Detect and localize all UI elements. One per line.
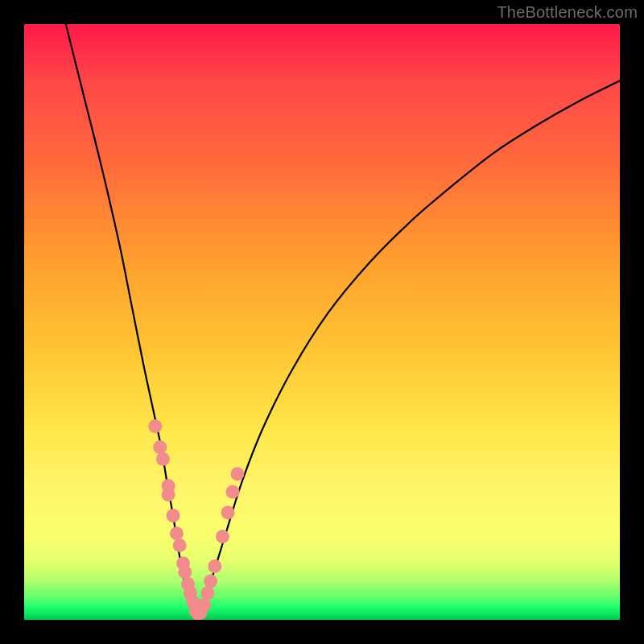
scatter-dot bbox=[216, 530, 229, 543]
scatter-dot bbox=[153, 440, 167, 454]
watermark-text: TheBottleneck.com bbox=[497, 3, 638, 22]
plot-area bbox=[24, 24, 620, 620]
scatter-dot bbox=[208, 559, 221, 573]
scatter-dot bbox=[173, 539, 187, 552]
scatter-dot bbox=[178, 565, 192, 579]
chart-svg bbox=[24, 24, 620, 620]
scatter-dot bbox=[230, 467, 244, 481]
scatter-dot bbox=[221, 506, 235, 519]
scatter-dot bbox=[156, 452, 170, 466]
scatter-dot bbox=[167, 509, 180, 522]
scatter-dot bbox=[148, 419, 162, 433]
scatter-dot bbox=[200, 586, 214, 600]
scatter-dot bbox=[170, 526, 184, 540]
scatter-dot bbox=[197, 598, 211, 612]
scatter-dot bbox=[162, 488, 175, 502]
chart-frame: TheBottleneck.com bbox=[0, 0, 644, 644]
scatter-dot bbox=[226, 485, 240, 498]
curve-layer bbox=[66, 24, 620, 619]
scatter-dot bbox=[204, 574, 217, 588]
curve-right_arm bbox=[196, 80, 620, 618]
